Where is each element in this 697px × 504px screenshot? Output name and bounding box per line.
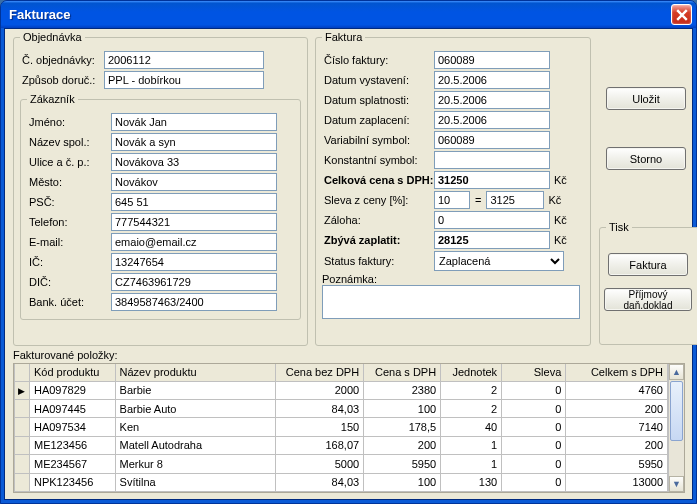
label-ulice: Ulice a č. p.:: [27, 156, 111, 168]
input-sleva-val[interactable]: [486, 191, 544, 209]
save-button[interactable]: Uložit: [606, 87, 686, 110]
input-ic[interactable]: [111, 253, 277, 271]
input-splatnost[interactable]: [434, 91, 550, 109]
close-icon: [676, 9, 688, 21]
input-vystaveni[interactable]: [434, 71, 550, 89]
window-title: Fakturace: [9, 7, 671, 22]
label-zpusob: Způsob doruč.:: [20, 74, 104, 86]
label-zaloha: Záloha:: [322, 214, 434, 226]
client-area: Objednávka Č. objednávky: Způsob doruč.:…: [4, 28, 693, 500]
legend-objednavka: Objednávka: [20, 31, 85, 43]
table-row[interactable]: ME234567Merkur 850005950105950: [15, 455, 668, 473]
label-zbyva: Zbývá zaplatit:: [322, 234, 434, 246]
input-ulice[interactable]: [111, 153, 277, 171]
textarea-poznamka[interactable]: [322, 285, 580, 319]
label-cena: Celková cena s DPH:: [322, 174, 434, 186]
input-sleva-pct[interactable]: [434, 191, 470, 209]
legend-tisk: Tisk: [606, 221, 632, 233]
column-header[interactable]: Cena s DPH: [364, 364, 441, 381]
input-email[interactable]: [111, 233, 277, 251]
label-vystaveni: Datum vystavení:: [322, 74, 434, 86]
grid-container: Kód produktuNázev produktuCena bez DPHCe…: [13, 363, 685, 493]
input-cena[interactable]: [434, 171, 550, 189]
label-jmeno: Jméno:: [27, 116, 111, 128]
table-row[interactable]: HA097445Barbie Auto84,0310020200: [15, 399, 668, 417]
label-cislo: Číslo faktury:: [322, 54, 434, 66]
group-tisk: Tisk Faktura Příjmový daň.doklad: [599, 221, 697, 345]
label-tel: Telefon:: [27, 216, 111, 228]
label-zaplaceni: Datum zaplacení:: [322, 114, 434, 126]
close-button[interactable]: [671, 4, 692, 25]
column-header[interactable]: Název produktu: [115, 364, 275, 381]
items-grid[interactable]: Kód produktuNázev produktuCena bez DPHCe…: [14, 364, 668, 492]
group-faktura: Faktura Číslo faktury: Datum vystavení: …: [315, 31, 591, 346]
table-row[interactable]: HA097534Ken150178,54007140: [15, 418, 668, 436]
label-bank: Bank. účet:: [27, 296, 111, 308]
input-mesto[interactable]: [111, 173, 277, 191]
unit-kc-4: Kč: [554, 234, 567, 246]
label-eq: =: [475, 194, 481, 206]
column-header[interactable]: Celkem s DPH: [566, 364, 668, 381]
label-sleva: Sleva z ceny [%]:: [322, 194, 434, 206]
column-header[interactable]: Kód produktu: [29, 364, 115, 381]
label-psc: PSČ:: [27, 196, 111, 208]
print-receipt-button[interactable]: Příjmový daň.doklad: [604, 288, 692, 311]
scroll-down-icon[interactable]: ▼: [669, 476, 684, 492]
select-status[interactable]: Zaplacená: [434, 251, 564, 271]
unit-kc-3: Kč: [554, 214, 567, 226]
label-mesto: Město:: [27, 176, 111, 188]
input-konstsym[interactable]: [434, 151, 550, 169]
label-konstsym: Konstantní symbol:: [322, 154, 434, 166]
legend-zakaznik: Zákazník: [27, 93, 78, 105]
input-nazev[interactable]: [111, 133, 277, 151]
scroll-up-icon[interactable]: ▲: [669, 364, 684, 380]
label-c-obj: Č. objednávky:: [20, 54, 104, 66]
app-window: Fakturace Objednávka Č. objednávky: Způs…: [0, 0, 697, 504]
input-zaplaceni[interactable]: [434, 111, 550, 129]
label-dic: DIČ:: [27, 276, 111, 288]
input-psc[interactable]: [111, 193, 277, 211]
input-varsym[interactable]: [434, 131, 550, 149]
table-row[interactable]: ▶HA097829Barbie20002380204760: [15, 381, 668, 399]
unit-kc-1: Kč: [554, 174, 567, 186]
label-ic: IČ:: [27, 256, 111, 268]
input-c-obj[interactable]: [104, 51, 264, 69]
cancel-button[interactable]: Storno: [606, 147, 686, 170]
grid-scrollbar[interactable]: ▲ ▼: [668, 364, 684, 492]
label-polozky: Fakturované položky:: [13, 349, 118, 361]
column-header[interactable]: Jednotek: [441, 364, 502, 381]
legend-faktura: Faktura: [322, 31, 365, 43]
column-header[interactable]: Cena bez DPH: [276, 364, 364, 381]
print-invoice-button[interactable]: Faktura: [608, 253, 688, 276]
label-nazev: Název spol.:: [27, 136, 111, 148]
table-row[interactable]: NPK123456Svítilna84,03100130013000: [15, 473, 668, 491]
input-dic[interactable]: [111, 273, 277, 291]
input-zbyva[interactable]: [434, 231, 550, 249]
label-email: E-mail:: [27, 236, 111, 248]
label-splatnost: Datum splatnosti:: [322, 94, 434, 106]
table-row[interactable]: ME123456Matell Autodraha168,0720010200: [15, 436, 668, 454]
titlebar[interactable]: Fakturace: [1, 1, 696, 28]
input-cislo[interactable]: [434, 51, 550, 69]
scroll-thumb[interactable]: [670, 381, 683, 441]
label-status: Status faktury:: [322, 255, 434, 267]
input-tel[interactable]: [111, 213, 277, 231]
label-poznamka: Poznámka:: [322, 273, 377, 285]
input-zpusob[interactable]: [104, 71, 264, 89]
input-jmeno[interactable]: [111, 113, 277, 131]
group-objednavka: Objednávka Č. objednávky: Způsob doruč.:…: [13, 31, 308, 346]
input-zaloha[interactable]: [434, 211, 550, 229]
label-varsym: Variabilní symbol:: [322, 134, 434, 146]
input-bank[interactable]: [111, 293, 277, 311]
group-zakaznik: Zákazník Jméno: Název spol.: Ulice a č. …: [20, 93, 301, 320]
column-header[interactable]: Sleva: [502, 364, 566, 381]
unit-kc-2: Kč: [548, 194, 561, 206]
